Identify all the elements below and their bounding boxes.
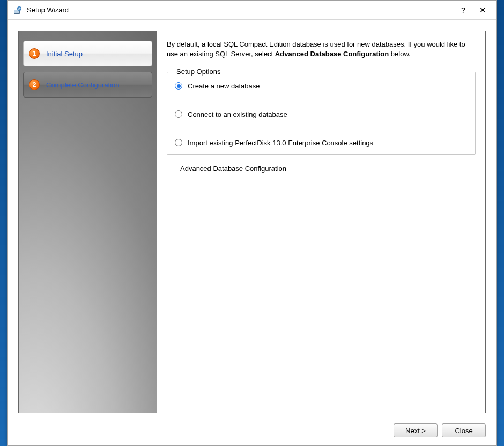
step-number-badge: 2 bbox=[29, 79, 40, 90]
titlebar: Setup Wizard ? ✕ bbox=[8, 1, 496, 20]
setup-options-group: Setup Options Create a new database Conn… bbox=[167, 72, 476, 155]
option-connect-existing-database[interactable]: Connect to an existing database bbox=[175, 110, 468, 118]
step-complete-configuration[interactable]: 2 Complete Configuration bbox=[23, 72, 152, 98]
option-create-new-database[interactable]: Create a new database bbox=[175, 82, 468, 90]
radio-icon bbox=[175, 139, 182, 146]
footer-buttons: Next > Close bbox=[8, 420, 496, 445]
content-area: 1 Initial Setup 2 Complete Configuration… bbox=[18, 31, 486, 413]
option-label: Connect to an existing database bbox=[188, 110, 287, 118]
advanced-database-configuration-checkbox[interactable]: Advanced Database Configuration bbox=[168, 165, 476, 173]
radio-icon bbox=[175, 82, 182, 90]
close-button[interactable]: Close bbox=[442, 423, 486, 437]
step-number-badge: 1 bbox=[29, 48, 40, 59]
option-import-existing-settings[interactable]: Import existing PerfectDisk 13.0 Enterpr… bbox=[175, 139, 468, 147]
next-button[interactable]: Next > bbox=[394, 423, 438, 437]
wizard-sidebar: 1 Initial Setup 2 Complete Configuration bbox=[19, 31, 157, 413]
checkbox-label: Advanced Database Configuration bbox=[180, 165, 286, 173]
setup-wizard-window: Setup Wizard ? ✕ 1 Initial Setup 2 Compl… bbox=[7, 0, 497, 446]
checkbox-icon bbox=[168, 165, 175, 172]
intro-part2: below. bbox=[389, 50, 410, 58]
radio-icon bbox=[175, 110, 182, 118]
close-window-button[interactable]: ✕ bbox=[473, 2, 492, 18]
fieldset-legend: Setup Options bbox=[174, 68, 223, 76]
step-label: Initial Setup bbox=[46, 50, 83, 58]
step-label: Complete Configuration bbox=[46, 81, 120, 89]
help-button[interactable]: ? bbox=[454, 2, 473, 18]
window-title: Setup Wizard bbox=[27, 6, 69, 14]
option-label: Import existing PerfectDisk 13.0 Enterpr… bbox=[188, 139, 373, 147]
intro-text: By default, a local SQL Compact Edition … bbox=[167, 40, 476, 59]
option-label: Create a new database bbox=[188, 82, 260, 90]
main-panel: By default, a local SQL Compact Edition … bbox=[157, 31, 485, 413]
app-icon bbox=[13, 5, 23, 15]
step-initial-setup[interactable]: 1 Initial Setup bbox=[23, 41, 152, 66]
intro-bold: Advanced Database Configuration bbox=[275, 50, 389, 58]
